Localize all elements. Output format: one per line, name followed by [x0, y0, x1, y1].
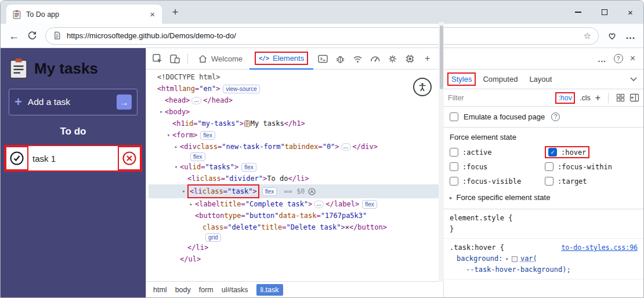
dom-tree-row[interactable]: grid: [149, 233, 443, 242]
back-button[interactable]: ←: [9, 31, 19, 41]
grid-badge[interactable]: grid: [205, 233, 221, 242]
settings-more-button[interactable]: …: [625, 30, 635, 42]
expanded-arrow-icon[interactable]: ▾: [172, 161, 180, 173]
close-window-button[interactable]: ×: [617, 1, 643, 24]
styles-filter-input[interactable]: [448, 94, 551, 102]
tab-layout[interactable]: Layout: [524, 72, 556, 86]
new-tab-button[interactable]: +: [167, 3, 184, 21]
collapsed-arrow-icon[interactable]: ▸: [172, 141, 180, 152]
state-:focus-within[interactable]: :focus-within: [545, 162, 638, 171]
view-source-badge[interactable]: view-source: [223, 85, 259, 93]
task-item[interactable]: task 1: [4, 145, 142, 172]
dom-tree-row[interactable]: ▾<body>: [149, 106, 443, 118]
device-toolbar-icon[interactable]: [167, 51, 183, 66]
element-style-rule[interactable]: element.style { }: [444, 209, 643, 239]
refresh-button[interactable]: [27, 30, 37, 42]
css-value-function[interactable]: var(: [520, 253, 537, 264]
emulate-focused-page-row[interactable]: Emulate a focused page ?: [444, 107, 643, 128]
browser-essentials-icon[interactable]: [607, 31, 617, 41]
flex-badge[interactable]: flex: [241, 163, 256, 172]
expand-inline-button[interactable]: …: [341, 143, 351, 151]
scrollbar-thumb[interactable]: [440, 26, 443, 89]
application-gear-icon[interactable]: [385, 51, 400, 66]
state-:target[interactable]: :target: [545, 177, 638, 186]
dom-tree-row[interactable]: class="delete" title="Delete task">×</bu…: [149, 221, 443, 233]
flex-badge[interactable]: flex: [262, 187, 277, 196]
breadcrumb-form[interactable]: form: [199, 286, 214, 294]
devtools-help-icon[interactable]: ?: [614, 54, 623, 63]
state-checkbox[interactable]: [545, 177, 553, 186]
maximize-button[interactable]: [591, 1, 617, 24]
dock-sidebar-icon[interactable]: [629, 93, 639, 102]
element-classes-button[interactable]: .cls: [580, 94, 591, 102]
node-adorner-icon[interactable]: [308, 188, 316, 195]
address-bar[interactable]: https://microsoftedge.github.io/Demos/de…: [45, 27, 599, 45]
value-swatch[interactable]: [512, 256, 518, 262]
expand-value-arrow-icon[interactable]: ▸: [505, 253, 508, 264]
expanded-arrow-icon[interactable]: ▾: [180, 186, 187, 197]
elements-scrollbar[interactable]: [439, 22, 444, 282]
toggle-element-state-button[interactable]: :hov: [558, 94, 572, 102]
devtools-close-icon[interactable]: ×: [630, 53, 635, 64]
more-tabs-button[interactable]: +: [419, 51, 435, 66]
complete-task-checkbox[interactable]: [5, 146, 28, 170]
tab-computed[interactable]: Computed: [478, 72, 522, 86]
tab-styles[interactable]: Styles: [451, 75, 472, 83]
dom-tree-row[interactable]: </li>: [149, 242, 443, 253]
dom-tree-row[interactable]: <h1 id="my-tasks"> My tasks</h1>: [149, 118, 443, 129]
browser-tab[interactable]: To Do app ×: [6, 5, 162, 24]
add-task-button[interactable]: + Add a task →: [9, 89, 138, 115]
state-:hover[interactable]: ✓:hover: [545, 146, 589, 158]
dom-tree-row[interactable]: ▸<label title="Complete task">…</label>f…: [149, 198, 443, 210]
dom-tree-row[interactable]: ▸<div class="new-task-form" tabindex="0"…: [149, 141, 443, 152]
grid-swatches-icon[interactable]: [616, 93, 625, 102]
accessibility-explorer-button[interactable]: [413, 78, 432, 96]
favorites-star-icon[interactable]: ☆: [584, 31, 591, 41]
chevron-down-icon[interactable]: [629, 77, 640, 82]
state-:active[interactable]: :active: [450, 148, 542, 157]
console-panel-icon[interactable]: [315, 51, 331, 66]
breadcrumb-body[interactable]: body: [175, 286, 191, 294]
minimize-button[interactable]: [565, 1, 591, 24]
collapsed-arrow-icon[interactable]: ▸: [187, 198, 195, 210]
memory-icon[interactable]: [402, 51, 418, 66]
state-:focus-visible[interactable]: :focus-visible: [450, 177, 542, 186]
stylesheet-link[interactable]: to-do-styles.css:96: [561, 242, 638, 253]
dom-tree-row[interactable]: </ul>: [149, 253, 443, 265]
force-specific-state-row[interactable]: ▸ Force specific element state: [450, 193, 638, 202]
debugger-icon[interactable]: [332, 51, 348, 66]
state-checkbox[interactable]: [450, 162, 458, 171]
dom-tree-row[interactable]: ▾<li class="task">flex== $0: [149, 184, 443, 198]
flex-badge[interactable]: flex: [362, 200, 377, 209]
inspect-element-icon[interactable]: [150, 51, 165, 66]
flex-badge[interactable]: flex: [190, 152, 205, 161]
dom-tree-row[interactable]: <head>…</head>: [149, 95, 443, 106]
dom-tree-row[interactable]: <html lang="en">view-source: [149, 83, 443, 95]
state-:focus[interactable]: :focus: [450, 162, 542, 171]
expand-inline-button[interactable]: …: [191, 97, 201, 104]
dom-tree-row[interactable]: <!DOCTYPE html>: [149, 71, 443, 83]
expand-inline-button[interactable]: …: [314, 201, 324, 208]
collapsed-arrow-icon[interactable]: ▸: [450, 195, 453, 201]
submit-arrow-icon[interactable]: →: [117, 95, 132, 110]
breadcrumb-html[interactable]: html: [153, 286, 167, 294]
url-text[interactable]: https://microsoftedge.github.io/Demos/de…: [67, 31, 578, 40]
flex-badge[interactable]: flex: [200, 131, 215, 140]
tab-close-icon[interactable]: ×: [147, 9, 157, 19]
state-checkbox[interactable]: [450, 148, 458, 157]
tab-elements[interactable]: </> Elements: [249, 48, 313, 70]
state-checkbox[interactable]: [545, 162, 553, 171]
new-style-rule-button[interactable]: +: [595, 93, 600, 103]
state-checkbox[interactable]: ✓: [548, 148, 557, 157]
tab-welcome[interactable]: Welcome: [193, 48, 248, 70]
breadcrumb-ul#tasks[interactable]: ul#tasks: [222, 286, 248, 294]
help-icon[interactable]: ?: [551, 112, 560, 121]
delete-task-button[interactable]: [118, 146, 141, 170]
dom-tree-row[interactable]: flex: [149, 152, 443, 161]
network-icon[interactable]: [350, 51, 366, 66]
task-hover-rule[interactable]: .task:hover { to-do-styles.css:96 backgr…: [444, 239, 643, 279]
dom-tree-row[interactable]: ▾<form>flex: [149, 129, 443, 141]
devtools-more-icon[interactable]: …: [598, 54, 607, 64]
dom-tree-row[interactable]: <li class="divider">To do</li>: [149, 173, 443, 184]
site-info-icon[interactable]: [53, 31, 61, 40]
